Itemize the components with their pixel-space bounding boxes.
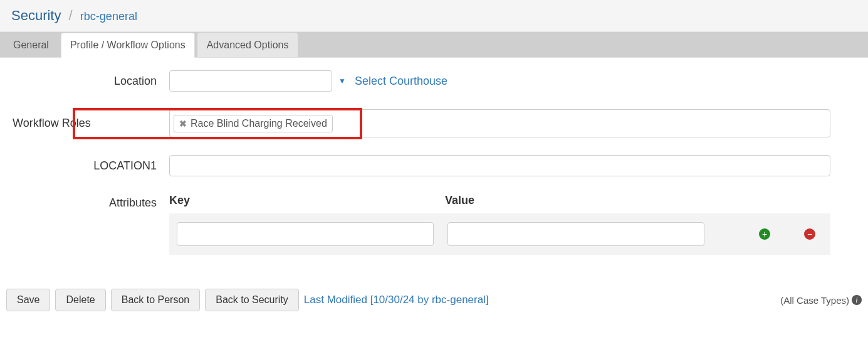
breadcrumb-current[interactable]: rbc-general: [80, 10, 137, 23]
workflow-roles-row: Workflow Roles ✖ Race Blind Charging Rec…: [6, 109, 862, 137]
location1-row: LOCATION1: [6, 155, 862, 176]
key-header: Key: [169, 194, 445, 207]
select-courthouse-link[interactable]: Select Courthouse: [355, 75, 447, 88]
tab-advanced[interactable]: Advanced Options: [197, 33, 298, 57]
tab-bar: General Profile / Workflow Options Advan…: [0, 32, 868, 58]
location-row: Location ▼ Select Courthouse: [6, 70, 862, 92]
save-button[interactable]: Save: [6, 289, 50, 311]
header-bar: Security / rbc-general: [0, 0, 868, 32]
location-label: Location: [6, 75, 169, 88]
attributes-row: Attributes Key Value + −: [6, 194, 862, 255]
back-to-person-button[interactable]: Back to Person: [111, 289, 201, 311]
remove-icon[interactable]: −: [804, 228, 815, 240]
breadcrumb-root[interactable]: Security: [11, 8, 61, 23]
breadcrumb: Security / rbc-general: [11, 8, 857, 24]
case-types-label: (All Case Types): [780, 295, 849, 306]
attribute-key-input[interactable]: [177, 222, 434, 246]
location1-input[interactable]: [169, 155, 830, 176]
attribute-value-input[interactable]: [447, 222, 704, 246]
location1-label: LOCATION1: [6, 159, 169, 173]
form-area: Location ▼ Select Courthouse Workflow Ro…: [0, 58, 868, 261]
workflow-role-chip: ✖ Race Blind Charging Received: [174, 115, 333, 132]
remove-chip-icon[interactable]: ✖: [179, 119, 187, 129]
chip-label: Race Blind Charging Received: [191, 118, 327, 129]
location-input[interactable]: [169, 70, 332, 92]
workflow-roles-field[interactable]: ✖ Race Blind Charging Received: [169, 109, 830, 137]
add-icon[interactable]: +: [759, 228, 770, 240]
info-icon[interactable]: i: [852, 295, 862, 305]
footer: Save Delete Back to Person Back to Secur…: [0, 280, 868, 320]
delete-button[interactable]: Delete: [55, 289, 105, 311]
caret-down-icon[interactable]: ▼: [338, 77, 346, 85]
last-modified-link[interactable]: Last Modified [10/30/24 by rbc-general]: [304, 294, 489, 306]
breadcrumb-separator: /: [69, 8, 73, 23]
attributes-label: Attributes: [6, 194, 169, 210]
back-to-security-button[interactable]: Back to Security: [205, 289, 299, 311]
tab-profile-workflow[interactable]: Profile / Workflow Options: [61, 33, 195, 58]
workflow-roles-label: Workflow Roles: [6, 109, 169, 137]
value-header: Value: [445, 194, 830, 207]
attribute-row: + −: [169, 213, 830, 255]
tab-general[interactable]: General: [4, 33, 58, 57]
